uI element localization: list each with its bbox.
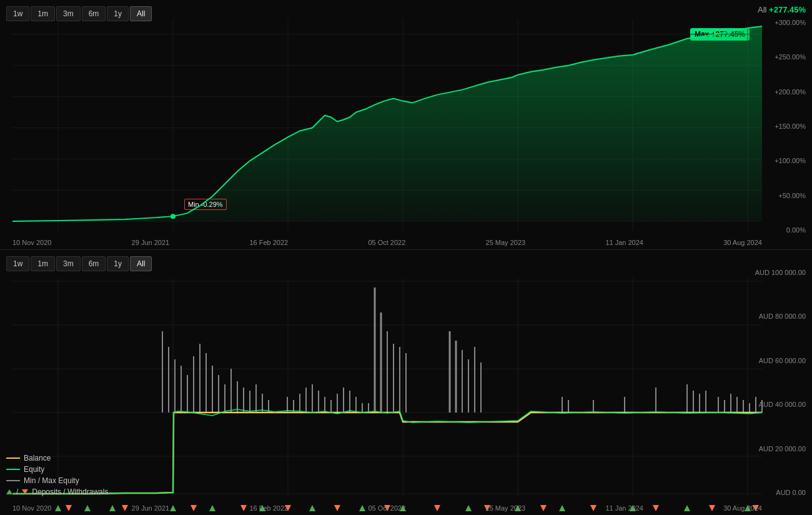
btn-3m-top[interactable]: 3m <box>56 6 81 21</box>
chart-container: 1w 1m 3m 6m 1y All All +277.45% Max +277… <box>0 0 812 515</box>
y-bottom-20k: AUD 20 000.00 <box>755 445 809 452</box>
legend-minmax-line <box>6 480 20 481</box>
x-bottom-5: 11 Jan 2024 <box>605 504 643 512</box>
x-bottom-0: 10 Nov 2020 <box>12 504 51 512</box>
y-top-150: +150.00% <box>775 122 809 130</box>
x-bottom-6: 30 Aug 2024 <box>723 504 762 512</box>
legend-minmax: Min / Max Equity <box>6 476 108 485</box>
y-bottom-80k: AUD 80 000.00 <box>755 312 809 320</box>
y-axis-top: +300.00% +250.00% +200.00% +150.00% +100… <box>775 0 809 249</box>
x-bottom-4: 25 May 2023 <box>486 504 526 512</box>
btn-all-top[interactable]: All <box>130 6 152 21</box>
y-top-0: 0.00% <box>775 226 809 234</box>
btn-6m-top[interactable]: 6m <box>82 6 106 21</box>
chart-legend: Balance Equity Min / Max Equity / Deposi… <box>6 454 108 496</box>
y-bottom-100k: AUD 100 000.00 <box>755 269 809 276</box>
legend-deposits-label: Deposits / Withdrawals <box>32 488 108 496</box>
btn-all-bottom[interactable]: All <box>130 256 152 271</box>
y-bottom-40k: AUD 40 000.00 <box>755 401 809 408</box>
btn-1w-top[interactable]: 1w <box>6 6 29 21</box>
y-bottom-0: AUD 0.00 <box>755 489 809 496</box>
btn-3m-bottom[interactable]: 3m <box>56 256 81 271</box>
btn-1y-bottom[interactable]: 1y <box>107 256 129 271</box>
x-bottom-3: 05 Oct 2022 <box>368 504 405 512</box>
x-top-4: 25 May 2023 <box>486 239 526 246</box>
x-axis-bottom: 10 Nov 2020 29 Jun 2021 16 Feb 2022 05 O… <box>12 504 762 512</box>
x-bottom-1: 29 Jun 2021 <box>132 504 170 512</box>
legend-deposits-withdrawals: / Deposits / Withdrawals <box>6 488 108 496</box>
legend-equity-label: Equity <box>24 465 44 474</box>
legend-equity: Equity <box>6 465 108 474</box>
y-top-50: +50.00% <box>775 192 809 199</box>
btn-1w-bottom[interactable]: 1w <box>6 256 29 271</box>
bottom-chart: 1w 1m 3m 6m 1y All <box>0 250 812 515</box>
btn-1y-top[interactable]: 1y <box>107 6 129 21</box>
legend-balance-line <box>6 458 20 459</box>
y-top-300: +300.00% <box>775 19 809 26</box>
x-top-6: 30 Aug 2024 <box>723 239 762 246</box>
legend-equity-line <box>6 469 20 470</box>
y-top-100: +100.00% <box>775 157 809 164</box>
top-chart-svg <box>0 0 812 249</box>
x-top-0: 10 Nov 2020 <box>12 239 51 246</box>
bottom-chart-svg <box>0 250 812 515</box>
legend-minmax-label: Min / Max Equity <box>24 476 79 485</box>
bottom-time-buttons: 1w 1m 3m 6m 1y All <box>6 256 152 271</box>
svg-point-14 <box>171 214 176 219</box>
y-axis-bottom: AUD 100 000.00 AUD 80 000.00 AUD 60 000.… <box>755 250 809 515</box>
y-top-250: +250.00% <box>775 53 809 61</box>
x-top-3: 05 Oct 2022 <box>368 239 405 246</box>
x-top-2: 16 Feb 2022 <box>249 239 288 246</box>
deposit-triangle-icon <box>6 489 12 494</box>
legend-slash: / <box>16 488 18 496</box>
y-top-200: +200.00% <box>775 88 809 96</box>
x-top-1: 29 Jun 2021 <box>132 239 170 246</box>
btn-1m-bottom[interactable]: 1m <box>31 256 55 271</box>
x-bottom-2: 16 Feb 2022 <box>249 504 288 512</box>
legend-balance-label: Balance <box>24 454 51 462</box>
legend-balance: Balance <box>6 454 108 462</box>
x-top-5: 11 Jan 2024 <box>605 239 643 246</box>
btn-1m-top[interactable]: 1m <box>31 6 55 21</box>
btn-6m-bottom[interactable]: 6m <box>82 256 106 271</box>
withdrawal-triangle-icon <box>22 489 28 494</box>
x-axis-top: 10 Nov 2020 29 Jun 2021 16 Feb 2022 05 O… <box>12 239 762 246</box>
top-time-buttons: 1w 1m 3m 6m 1y All <box>6 6 152 21</box>
y-bottom-60k: AUD 60 000.00 <box>755 357 809 364</box>
top-chart: 1w 1m 3m 6m 1y All All +277.45% Max +277… <box>0 0 812 250</box>
